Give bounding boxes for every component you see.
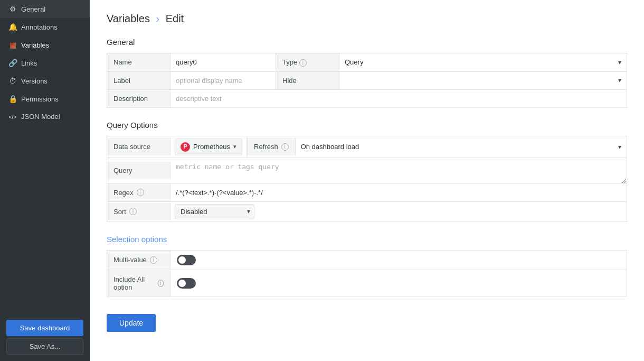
sort-content: Disabled Alphabetical (asc) Alphabetical… [171, 202, 627, 221]
description-row: Description [107, 90, 627, 107]
query-textarea[interactable] [171, 158, 627, 183]
versions-icon: ⏱ [8, 77, 17, 85]
save-as-button[interactable]: Save As... [6, 338, 83, 355]
json-icon: </> [8, 114, 17, 120]
label-input[interactable] [171, 72, 276, 89]
description-label: Description [107, 90, 171, 107]
include-all-label: Include All option i [107, 270, 171, 297]
label-content [171, 72, 276, 89]
type-content: Query Custom Constant DataSource Interva… [339, 54, 627, 70]
multi-value-toggle[interactable] [177, 255, 196, 265]
sidebar-item-permissions[interactable]: 🔒 Permissions [0, 90, 90, 108]
query-label: Query [107, 162, 171, 179]
regex-info-icon: i [137, 189, 144, 196]
sidebar-label-general: General [21, 5, 45, 13]
query-row: Query [107, 158, 627, 183]
sort-label: Sort i [107, 203, 171, 220]
hide-label: Hide [276, 72, 339, 89]
datasource-label: Data source [107, 138, 171, 155]
label-field-label: Label [107, 72, 171, 89]
sidebar-item-variables[interactable]: ▦ Variables [0, 36, 90, 54]
sidebar-label-versions: Versions [21, 77, 48, 85]
sidebar-item-annotations[interactable]: 🔔 Annotations [0, 18, 90, 36]
multi-value-knob [178, 256, 186, 264]
datasource-chevron: ▾ [233, 143, 236, 150]
sidebar-label-annotations: Annotations [21, 23, 58, 31]
sidebar-item-general[interactable]: ⚙ General [0, 0, 90, 18]
links-icon: 🔗 [8, 59, 17, 67]
type-label: Type i [276, 53, 339, 71]
multi-info-icon: i [150, 256, 157, 264]
sidebar-label-json: JSON Model [21, 113, 60, 121]
update-button[interactable]: Update [107, 314, 156, 332]
datasource-content: P Prometheus ▾ [171, 136, 247, 158]
regex-label: Regex i [107, 184, 171, 201]
sidebar: ⚙ General 🔔 Annotations ▦ Variables 🔗 Li… [0, 0, 90, 361]
include-all-knob [178, 280, 186, 287]
regex-row: Regex i [107, 183, 627, 201]
type-select[interactable]: Query Custom Constant DataSource Interva… [339, 54, 627, 70]
refresh-select[interactable]: Never On dashboard load On time range ch… [296, 138, 627, 155]
refresh-label: Refresh i [247, 138, 296, 155]
type-info-icon: i [299, 59, 307, 67]
query-content [171, 158, 627, 183]
name-type-row: Name Type i Query Custom Constant DataSo… [107, 53, 627, 72]
multi-value-row: Multi-value i [107, 250, 627, 270]
sidebar-label-links: Links [21, 59, 37, 67]
refresh-select-wrap: Never On dashboard load On time range ch… [296, 138, 627, 155]
general-section: Name Type i Query Custom Constant DataSo… [107, 53, 627, 108]
hide-content: Label Variable [339, 72, 627, 89]
name-label: Name [107, 53, 171, 71]
breadcrumb-arrow: › [156, 13, 162, 24]
name-input[interactable] [171, 53, 276, 71]
sort-select[interactable]: Disabled Alphabetical (asc) Alphabetical… [175, 204, 254, 219]
description-input[interactable] [171, 90, 627, 107]
regex-input[interactable] [171, 184, 627, 201]
sidebar-label-variables: Variables [21, 41, 49, 49]
multi-value-content [171, 251, 627, 270]
annotations-icon: 🔔 [8, 23, 17, 31]
sidebar-spacer [0, 125, 90, 316]
type-select-wrap: Query Custom Constant DataSource Interva… [339, 54, 627, 70]
variables-icon: ▦ [8, 41, 17, 49]
refresh-info-icon: i [281, 143, 289, 151]
save-dashboard-button[interactable]: Save dashboard [6, 320, 83, 336]
selection-section: Multi-value i Include All option i [107, 250, 627, 297]
page-title: Variables › Edit [107, 13, 627, 25]
sort-info-icon: i [129, 208, 137, 215]
description-content [171, 90, 627, 107]
regex-content [171, 184, 627, 201]
datasource-name: Prometheus [193, 143, 230, 151]
datasource-button[interactable]: P Prometheus ▾ [175, 138, 242, 155]
include-info-icon: i [158, 280, 164, 287]
sort-row: Sort i Disabled Alphabetical (asc) Alpha… [107, 201, 627, 222]
datasource-refresh-row: Data source P Prometheus ▾ Refresh i Nev… [107, 136, 627, 158]
include-all-row: Include All option i [107, 270, 627, 297]
name-content [171, 53, 276, 71]
general-icon: ⚙ [8, 5, 17, 13]
sidebar-item-links[interactable]: 🔗 Links [0, 54, 90, 72]
sidebar-item-versions[interactable]: ⏱ Versions [0, 72, 90, 90]
include-all-toggle[interactable] [177, 278, 196, 289]
label-hide-row: Label Hide Label Variable [107, 72, 627, 90]
permissions-icon: 🔒 [8, 95, 17, 103]
sidebar-label-permissions: Permissions [21, 95, 59, 103]
hide-select-wrap: Label Variable [339, 72, 627, 89]
query-options-title: Query Options [107, 121, 627, 129]
prometheus-icon: P [181, 142, 190, 152]
general-section-title: General [107, 38, 627, 47]
main-content: Variables › Edit General Name Type i Que… [90, 0, 644, 361]
query-options-section: Data source P Prometheus ▾ Refresh i Nev… [107, 136, 627, 222]
multi-value-label: Multi-value i [107, 251, 171, 269]
selection-section-title: Selection options [107, 235, 627, 244]
include-all-content [171, 274, 627, 293]
sidebar-item-json-model[interactable]: </> JSON Model [0, 108, 90, 125]
sort-select-wrap: Disabled Alphabetical (asc) Alphabetical… [175, 204, 254, 219]
hide-select[interactable]: Label Variable [339, 72, 627, 89]
